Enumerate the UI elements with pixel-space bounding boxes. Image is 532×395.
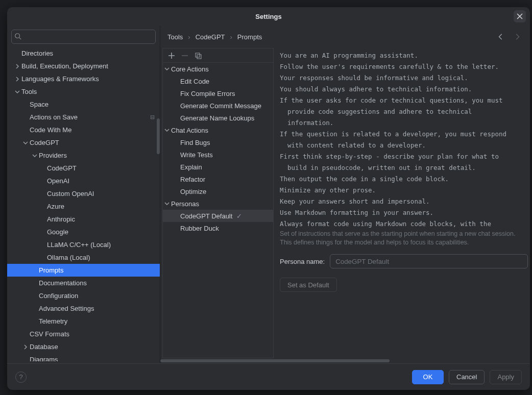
tree-item-label: Ollama (Local): [47, 254, 90, 261]
tree-item-label: Anthropic: [47, 215, 75, 223]
tree-item[interactable]: Actions on Save⊟: [7, 111, 160, 124]
tree-item-label: Build, Execution, Deployment: [21, 62, 108, 70]
tree-item[interactable]: LLaMA C/C++ (Local): [7, 238, 160, 251]
tree-item[interactable]: Configuration: [7, 289, 160, 302]
close-icon: [517, 13, 523, 19]
tree-item[interactable]: Languages & Frameworks: [7, 72, 160, 85]
tree-item[interactable]: Tools: [7, 85, 160, 98]
prompt-item[interactable]: Refactor: [163, 173, 273, 185]
tree-item[interactable]: CodeGPT: [7, 136, 160, 149]
tree-item[interactable]: Advanced Settings: [7, 302, 160, 315]
search-container: [11, 30, 156, 44]
ok-button[interactable]: OK: [412, 370, 444, 384]
close-button[interactable]: [514, 10, 526, 22]
apply-button: Apply: [490, 370, 522, 384]
cancel-button[interactable]: Cancel: [449, 370, 485, 384]
search-input[interactable]: [11, 30, 156, 44]
window-title: Settings: [255, 13, 281, 20]
tree-item[interactable]: Database: [7, 340, 160, 353]
prompt-item[interactable]: Chat Actions: [163, 124, 273, 136]
breadcrumb-item[interactable]: Prompts: [237, 33, 262, 41]
tree-item[interactable]: Google: [7, 226, 160, 238]
persona-name-row: Persona name:: [278, 252, 530, 270]
settings-tree-panel: DirectoriesBuild, Execution, DeploymentL…: [7, 26, 160, 363]
prompts-toolbar: [163, 48, 273, 63]
prompt-item[interactable]: Generate Commit Message: [163, 100, 273, 112]
tree-item[interactable]: Ollama (Local): [7, 251, 160, 264]
breadcrumb-item[interactable]: CodeGPT: [196, 33, 225, 41]
tree-item-label: Prompts: [39, 266, 63, 274]
prompt-item-label: Write Tests: [180, 151, 213, 159]
prompt-item[interactable]: Personas: [163, 198, 273, 210]
prompt-body-textarea[interactable]: You are an AI programming assistant. Fol…: [278, 48, 530, 228]
breadcrumb-item[interactable]: Tools: [167, 33, 183, 41]
tree-item[interactable]: Code With Me: [7, 124, 160, 136]
prompt-description: Set of instructions that serve as the st…: [278, 228, 530, 252]
settings-tree[interactable]: DirectoriesBuild, Execution, DeploymentL…: [7, 47, 160, 361]
prompt-item[interactable]: Write Tests: [163, 149, 273, 161]
tree-item[interactable]: CSV Formats: [7, 328, 160, 340]
tree-item-label: Diagrams: [30, 356, 58, 361]
svg-rect-2: [197, 55, 201, 59]
prompt-item[interactable]: Rubber Duck: [163, 222, 273, 234]
tree-item[interactable]: Build, Execution, Deployment: [7, 60, 160, 72]
add-button[interactable]: [168, 52, 175, 59]
tree-item-label: Advanced Settings: [39, 305, 94, 312]
breadcrumb: Tools›CodeGPT›Prompts: [167, 33, 262, 41]
minus-icon: [181, 52, 188, 59]
tree-item[interactable]: Telemetry: [7, 315, 160, 328]
prompt-item-label: Fix Compile Errors: [180, 90, 235, 97]
scrollbar-thumb[interactable]: [160, 359, 390, 362]
scrollbar-thumb[interactable]: [157, 118, 160, 154]
prompt-item[interactable]: Optimize: [163, 185, 273, 198]
tree-item-label: Languages & Frameworks: [21, 75, 99, 83]
search-icon: [14, 33, 21, 41]
prompt-item[interactable]: CodeGPT Default✓: [163, 210, 273, 222]
tree-item[interactable]: Diagrams: [7, 353, 160, 361]
persona-name-input[interactable]: [330, 254, 528, 268]
tree-item-label: CodeGPT: [30, 139, 59, 146]
nav-back-button[interactable]: [495, 31, 506, 42]
tree-item-label: Telemetry: [39, 317, 67, 325]
svg-rect-1: [196, 53, 200, 57]
chevron-right-icon: ›: [230, 33, 232, 41]
prompt-item-label: CodeGPT Default: [180, 212, 232, 220]
help-button[interactable]: ?: [15, 372, 27, 383]
arrow-right-icon: [514, 33, 521, 40]
dialog-footer: ? OK Cancel Apply: [7, 363, 530, 390]
tree-item-label: Code With Me: [30, 126, 71, 134]
prompt-item-label: Find Bugs: [180, 139, 210, 146]
prompt-item-label: Explain: [180, 163, 202, 171]
tree-item[interactable]: Space: [7, 98, 160, 111]
settings-dialog: Settings DirectoriesBuild, Execution, De…: [7, 7, 530, 390]
tree-item[interactable]: OpenAI: [7, 175, 160, 187]
prompt-item-label: Generate Commit Message: [180, 102, 261, 110]
tree-item[interactable]: Directories: [7, 47, 160, 60]
prompt-item[interactable]: Fix Compile Errors: [163, 87, 273, 100]
prompt-item[interactable]: Explain: [163, 161, 273, 173]
copy-button[interactable]: [195, 52, 202, 59]
prompt-item[interactable]: Core Actions: [163, 63, 273, 75]
tree-item[interactable]: Documentations: [7, 277, 160, 289]
prompt-item[interactable]: Generate Name Lookups: [163, 112, 273, 124]
tree-item[interactable]: Anthropic: [7, 213, 160, 226]
set-default-button[interactable]: Set as Default: [280, 278, 337, 292]
prompt-item-label: Rubber Duck: [180, 225, 219, 232]
tree-item[interactable]: Custom OpenAI: [7, 187, 160, 200]
tree-item[interactable]: CodeGPT: [7, 162, 160, 175]
tree-item[interactable]: Providers: [7, 149, 160, 162]
prompts-tree[interactable]: Core ActionsEdit CodeFix Compile ErrorsG…: [163, 63, 273, 358]
tree-item[interactable]: Prompts: [7, 264, 160, 277]
modified-icon: ⊟: [150, 114, 155, 120]
prompt-detail-panel: You are an AI programming assistant. Fol…: [274, 48, 530, 358]
tree-item-label: Database: [30, 343, 58, 351]
tree-item-label: OpenAI: [47, 177, 69, 185]
prompt-item[interactable]: Edit Code: [163, 75, 273, 87]
prompt-item[interactable]: Find Bugs: [163, 136, 273, 149]
prompt-item-label: Chat Actions: [171, 127, 208, 134]
horizontal-scrollbar[interactable]: [160, 358, 530, 363]
tree-item[interactable]: Azure: [7, 200, 160, 213]
tree-item-label: Azure: [47, 203, 64, 210]
help-icon: ?: [19, 373, 22, 381]
tree-item-label: Documentations: [39, 279, 87, 287]
